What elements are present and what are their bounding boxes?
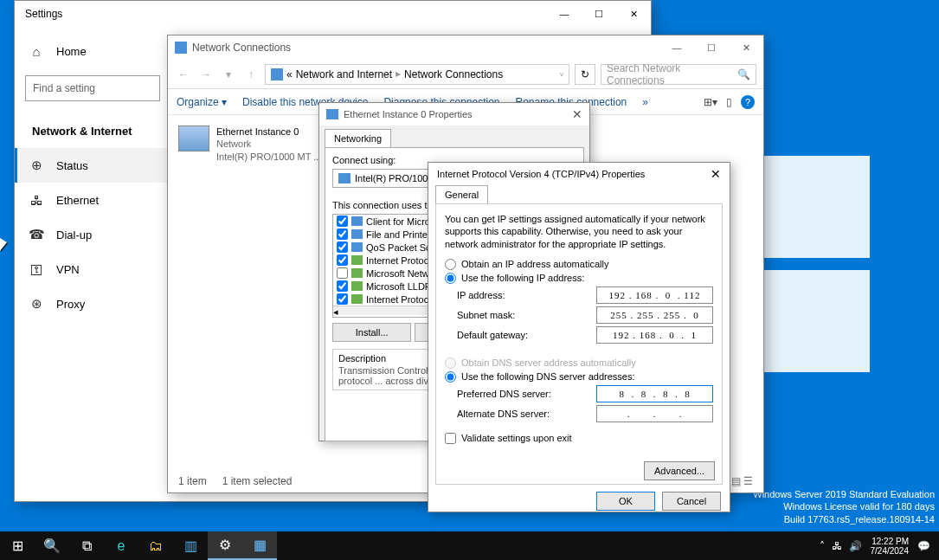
tab-general[interactable]: General <box>435 185 488 203</box>
ok-button[interactable]: OK <box>596 492 655 511</box>
sidebar-item-label: Dial-up <box>56 229 92 241</box>
adapter-status: Network <box>216 138 321 150</box>
ipv4-title-text: Internet Protocol Version 4 (TCP/IPv4) P… <box>437 169 645 179</box>
adapter-name: Ethernet Instance 0 <box>216 126 321 138</box>
close-button[interactable]: ✕ <box>572 107 582 121</box>
component-icon <box>351 294 363 304</box>
minimize-button[interactable]: — <box>659 35 694 61</box>
prop-title-text: Ethernet Instance 0 Properties <box>344 109 473 119</box>
default-gateway-input[interactable] <box>596 326 713 344</box>
dialup-icon: ☎ <box>29 227 44 242</box>
tray-network-icon[interactable]: 🖧 <box>828 540 846 552</box>
adapter-device: Intel(R) PRO/1000 MT ... <box>216 151 321 163</box>
network-icon <box>175 42 187 54</box>
taskbar-network-connections[interactable]: ▦ <box>242 531 277 560</box>
advanced-button[interactable]: Advanced... <box>644 461 715 480</box>
ip-address-label: IP address: <box>457 290 505 300</box>
prop-titlebar[interactable]: Ethernet Instance 0 Properties ✕ <box>319 103 589 126</box>
radio-static-dns[interactable]: Use the following DNS server addresses: <box>445 371 713 383</box>
breadcrumb-item[interactable]: Network Connections <box>404 68 503 80</box>
close-button[interactable]: ✕ <box>729 35 763 61</box>
nc-navbar: ← → ▾ ↑ « Network and Internet ▶ Network… <box>168 60 763 89</box>
organize-button[interactable]: Organize ▾ <box>177 96 227 108</box>
search-button[interactable]: 🔍 <box>35 531 69 560</box>
sidebar-item-status[interactable]: ⊕ Status <box>15 148 170 183</box>
breadcrumb-item[interactable]: Network and Internet <box>296 68 392 80</box>
notifications-icon[interactable]: 💬 <box>914 540 934 552</box>
breadcrumb[interactable]: « Network and Internet ▶ Network Connect… <box>265 64 569 85</box>
taskbar-edge[interactable]: e <box>104 531 138 560</box>
tab-networking[interactable]: Networking <box>325 129 391 147</box>
sidebar-item-ethernet[interactable]: 🖧 Ethernet <box>15 183 170 217</box>
taskbar-explorer[interactable]: 🗂 <box>138 531 173 560</box>
view-options-icon[interactable]: ⊞▾ <box>704 96 717 108</box>
history-button[interactable]: ▾ <box>220 68 237 80</box>
alternate-dns-input[interactable] <box>596 405 713 422</box>
sidebar-item-label: Proxy <box>56 298 85 311</box>
preferred-dns-label: Preferred DNS server: <box>457 389 551 399</box>
nc-title: Network Connections <box>192 42 291 54</box>
validate-checkbox-row[interactable]: Validate settings upon exit <box>445 433 713 444</box>
taskbar-server-manager[interactable]: ▥ <box>173 531 208 560</box>
dropdown-icon[interactable]: v <box>560 70 563 78</box>
folder-icon <box>271 68 283 80</box>
refresh-button[interactable]: ↻ <box>575 64 595 85</box>
settings-sidebar: ⌂ Home Find a setting Network & Internet… <box>15 27 170 501</box>
component-icon <box>351 255 363 265</box>
back-button[interactable]: ← <box>175 68 192 80</box>
vpn-icon: ⚿ <box>29 262 44 277</box>
sidebar-item-vpn[interactable]: ⚿ VPN <box>15 252 170 286</box>
start-button[interactable]: ⊞ <box>0 531 35 560</box>
component-icon <box>351 268 363 278</box>
ipv4-info-text: You can get IP settings assigned automat… <box>445 213 713 250</box>
more-button[interactable]: » <box>642 96 648 108</box>
radio-static-ip[interactable]: Use the following IP address: <box>445 273 713 284</box>
maximize-button[interactable]: ☐ <box>582 1 616 27</box>
adapter-icon <box>178 126 209 151</box>
preview-pane-icon[interactable]: ▯ <box>726 96 732 108</box>
radio-auto-ip[interactable]: Obtain an IP address automatically <box>445 259 713 270</box>
tray-up-icon[interactable]: ˄ <box>816 540 828 552</box>
ipv4-titlebar[interactable]: Internet Protocol Version 4 (TCP/IPv4) P… <box>428 163 730 185</box>
subnet-mask-input[interactable] <box>596 306 713 324</box>
view-mode-icons[interactable]: ▤ ☰ <box>731 475 753 487</box>
nic-icon <box>338 173 351 183</box>
ip-address-input[interactable] <box>596 286 713 304</box>
up-button[interactable]: ↑ <box>242 68 260 80</box>
settings-titlebar[interactable]: Settings — ☐ ✕ <box>15 1 651 27</box>
ipv4-properties-window: Internet Protocol Version 4 (TCP/IPv4) P… <box>428 162 730 512</box>
help-icon[interactable]: ? <box>741 95 755 109</box>
taskbar-clock[interactable]: 12:22 PM 7/24/2024 <box>865 537 915 556</box>
close-button[interactable]: ✕ <box>711 167 721 181</box>
component-icon <box>351 216 363 226</box>
sidebar-item-home[interactable]: ⌂ Home <box>15 34 170 68</box>
find-setting-input[interactable]: Find a setting <box>25 75 160 101</box>
tray-volume-icon[interactable]: 🔊 <box>846 540 865 552</box>
taskbar: ⊞ 🔍 ⧉ e 🗂 ▥ ⚙ ▦ ˄ 🖧 🔊 12:22 PM 7/24/2024… <box>0 531 939 560</box>
home-label: Home <box>56 45 87 58</box>
radio-auto-dns: Obtain DNS server address automatically <box>445 357 713 369</box>
search-icon: 🔍 <box>737 68 750 80</box>
validate-checkbox[interactable] <box>445 433 456 444</box>
sidebar-item-dialup[interactable]: ☎ Dial-up <box>15 217 170 252</box>
sidebar-item-proxy[interactable]: ⊛ Proxy <box>15 286 170 321</box>
install-button[interactable]: Install... <box>332 323 411 342</box>
status-icon: ⊕ <box>29 158 44 173</box>
adapter-icon <box>326 109 338 119</box>
nc-titlebar[interactable]: Network Connections — ☐ ✕ <box>168 35 763 60</box>
alternate-dns-label: Alternate DNS server: <box>457 409 550 419</box>
close-button[interactable]: ✕ <box>616 1 651 27</box>
sidebar-item-label: Ethernet <box>56 194 99 207</box>
preferred-dns-input[interactable] <box>596 385 713 402</box>
desktop-watermark: Windows Server 2019 Standard Evaluation … <box>753 488 935 525</box>
maximize-button[interactable]: ☐ <box>694 35 729 61</box>
task-view-button[interactable]: ⧉ <box>69 531 104 560</box>
forward-button[interactable]: → <box>197 68 215 80</box>
taskbar-settings[interactable]: ⚙ <box>208 531 242 560</box>
nc-search-input[interactable]: Search Network Connections 🔍 <box>601 64 756 85</box>
sidebar-item-label: Status <box>56 159 88 172</box>
subnet-mask-label: Subnet mask: <box>457 310 515 320</box>
minimize-button[interactable]: — <box>547 1 582 27</box>
sidebar-item-label: VPN <box>56 263 80 276</box>
cancel-button[interactable]: Cancel <box>662 492 721 511</box>
